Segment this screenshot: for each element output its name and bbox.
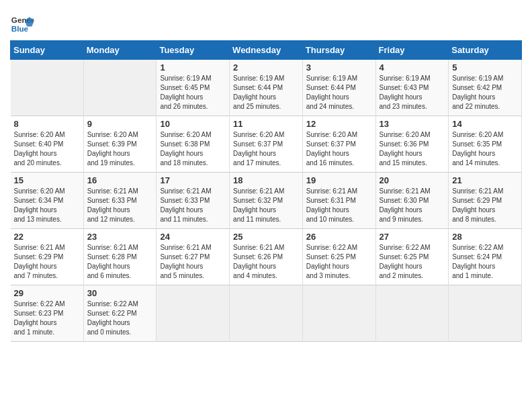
- calendar-cell: 14 Sunrise: 6:20 AMSunset: 6:35 PMDaylig…: [449, 116, 522, 173]
- cell-details: Sunrise: 6:21 AMSunset: 6:29 PMDaylight …: [14, 244, 65, 279]
- header-cell-wednesday: Wednesday: [230, 41, 303, 60]
- day-number: 5: [452, 62, 518, 73]
- calendar-cell: [230, 285, 303, 342]
- day-number: 8: [14, 119, 80, 129]
- calendar-cell: 26 Sunrise: 6:22 AMSunset: 6:25 PMDaylig…: [302, 229, 375, 285]
- cell-details: Sunrise: 6:20 AMSunset: 6:39 PMDaylight …: [87, 131, 138, 167]
- header-cell-monday: Monday: [83, 41, 157, 60]
- header-cell-saturday: Saturday: [449, 41, 522, 60]
- svg-text:Blue: Blue: [11, 24, 29, 33]
- calendar-cell: 29 Sunrise: 6:22 AMSunset: 6:23 PMDaylig…: [11, 285, 84, 342]
- cell-details: Sunrise: 6:21 AMSunset: 6:31 PMDaylight …: [306, 187, 357, 223]
- calendar-cell: 19 Sunrise: 6:21 AMSunset: 6:31 PMDaylig…: [302, 173, 375, 229]
- cell-details: Sunrise: 6:21 AMSunset: 6:27 PMDaylight …: [160, 244, 211, 279]
- calendar-cell: 1 Sunrise: 6:19 AMSunset: 6:45 PMDayligh…: [157, 60, 230, 116]
- calendar-cell: [375, 285, 449, 342]
- calendar-cell: [157, 285, 230, 342]
- calendar-cell: 20 Sunrise: 6:21 AMSunset: 6:30 PMDaylig…: [375, 173, 449, 229]
- calendar-cell: 13 Sunrise: 6:20 AMSunset: 6:36 PMDaylig…: [375, 116, 449, 173]
- day-number: 15: [14, 175, 80, 185]
- cell-details: Sunrise: 6:21 AMSunset: 6:30 PMDaylight …: [380, 187, 431, 223]
- calendar-cell: 21 Sunrise: 6:21 AMSunset: 6:29 PMDaylig…: [449, 173, 522, 229]
- calendar-cell: 23 Sunrise: 6:21 AMSunset: 6:28 PMDaylig…: [83, 229, 157, 285]
- calendar-cell: 11 Sunrise: 6:20 AMSunset: 6:37 PMDaylig…: [230, 116, 303, 173]
- header-cell-sunday: Sunday: [11, 41, 84, 60]
- calendar-cell: 25 Sunrise: 6:21 AMSunset: 6:26 PMDaylig…: [230, 229, 303, 285]
- day-number: 24: [160, 232, 226, 242]
- header-cell-friday: Friday: [375, 41, 449, 60]
- calendar-cell: 18 Sunrise: 6:21 AMSunset: 6:32 PMDaylig…: [230, 173, 303, 229]
- day-number: 3: [306, 62, 372, 73]
- calendar-cell: 10 Sunrise: 6:20 AMSunset: 6:38 PMDaylig…: [157, 116, 230, 173]
- cell-details: Sunrise: 6:19 AMSunset: 6:42 PMDaylight …: [452, 75, 503, 110]
- cell-details: Sunrise: 6:20 AMSunset: 6:38 PMDaylight …: [160, 131, 211, 167]
- calendar-cell: 22 Sunrise: 6:21 AMSunset: 6:29 PMDaylig…: [11, 229, 84, 285]
- day-number: 14: [452, 119, 518, 129]
- cell-details: Sunrise: 6:20 AMSunset: 6:34 PMDaylight …: [14, 187, 65, 223]
- header-cell-thursday: Thursday: [302, 41, 375, 60]
- day-number: 16: [87, 175, 153, 185]
- day-number: 30: [87, 288, 153, 298]
- calendar-cell: 9 Sunrise: 6:20 AMSunset: 6:39 PMDayligh…: [83, 116, 157, 173]
- page-header: General Blue: [10, 7, 522, 36]
- calendar-table: SundayMondayTuesdayWednesdayThursdayFrid…: [10, 40, 522, 342]
- day-number: 17: [160, 175, 226, 185]
- calendar-cell: 2 Sunrise: 6:19 AMSunset: 6:44 PMDayligh…: [230, 60, 303, 116]
- cell-details: Sunrise: 6:19 AMSunset: 6:45 PMDaylight …: [160, 75, 211, 110]
- day-number: 13: [380, 119, 445, 129]
- day-number: 22: [14, 232, 80, 242]
- cell-details: Sunrise: 6:22 AMSunset: 6:25 PMDaylight …: [306, 244, 357, 279]
- calendar-cell: 30 Sunrise: 6:22 AMSunset: 6:22 PMDaylig…: [83, 285, 157, 342]
- day-number: 11: [233, 119, 299, 129]
- day-number: 4: [380, 62, 445, 73]
- calendar-cell: 4 Sunrise: 6:19 AMSunset: 6:43 PMDayligh…: [375, 60, 449, 116]
- day-number: 2: [233, 62, 299, 73]
- calendar-cell: 5 Sunrise: 6:19 AMSunset: 6:42 PMDayligh…: [449, 60, 522, 116]
- day-number: 9: [87, 119, 153, 129]
- cell-details: Sunrise: 6:20 AMSunset: 6:40 PMDaylight …: [14, 131, 65, 167]
- cell-details: Sunrise: 6:19 AMSunset: 6:44 PMDaylight …: [306, 75, 357, 110]
- cell-details: Sunrise: 6:20 AMSunset: 6:35 PMDaylight …: [452, 131, 503, 167]
- day-number: 20: [380, 175, 445, 185]
- cell-details: Sunrise: 6:21 AMSunset: 6:26 PMDaylight …: [233, 244, 284, 279]
- day-number: 26: [306, 232, 372, 242]
- day-number: 18: [233, 175, 299, 185]
- calendar-cell: [449, 285, 522, 342]
- day-number: 21: [452, 175, 518, 185]
- calendar-week-row: 29 Sunrise: 6:22 AMSunset: 6:23 PMDaylig…: [11, 285, 522, 342]
- cell-details: Sunrise: 6:22 AMSunset: 6:25 PMDaylight …: [380, 244, 431, 279]
- calendar-cell: 27 Sunrise: 6:22 AMSunset: 6:25 PMDaylig…: [375, 229, 449, 285]
- day-number: 28: [452, 232, 518, 242]
- calendar-cell: [11, 60, 84, 116]
- calendar-cell: 3 Sunrise: 6:19 AMSunset: 6:44 PMDayligh…: [302, 60, 375, 116]
- generalblue-logo-icon: General Blue: [10, 12, 34, 36]
- day-number: 25: [233, 232, 299, 242]
- calendar-cell: 24 Sunrise: 6:21 AMSunset: 6:27 PMDaylig…: [157, 229, 230, 285]
- calendar-week-row: 22 Sunrise: 6:21 AMSunset: 6:29 PMDaylig…: [11, 229, 522, 285]
- logo: General Blue: [10, 12, 37, 36]
- header-cell-tuesday: Tuesday: [157, 41, 230, 60]
- cell-details: Sunrise: 6:19 AMSunset: 6:44 PMDaylight …: [233, 75, 284, 110]
- calendar-cell: 8 Sunrise: 6:20 AMSunset: 6:40 PMDayligh…: [11, 116, 84, 173]
- day-number: 19: [306, 175, 372, 185]
- calendar-header-row: SundayMondayTuesdayWednesdayThursdayFrid…: [11, 41, 522, 60]
- cell-details: Sunrise: 6:22 AMSunset: 6:22 PMDaylight …: [87, 300, 138, 336]
- calendar-week-row: 8 Sunrise: 6:20 AMSunset: 6:40 PMDayligh…: [11, 116, 522, 173]
- cell-details: Sunrise: 6:20 AMSunset: 6:36 PMDaylight …: [380, 131, 431, 167]
- calendar-week-row: 1 Sunrise: 6:19 AMSunset: 6:45 PMDayligh…: [11, 60, 522, 116]
- cell-details: Sunrise: 6:21 AMSunset: 6:33 PMDaylight …: [87, 187, 138, 223]
- calendar-cell: 12 Sunrise: 6:20 AMSunset: 6:37 PMDaylig…: [302, 116, 375, 173]
- calendar-cell: 15 Sunrise: 6:20 AMSunset: 6:34 PMDaylig…: [11, 173, 84, 229]
- day-number: 10: [160, 119, 226, 129]
- cell-details: Sunrise: 6:19 AMSunset: 6:43 PMDaylight …: [380, 75, 431, 110]
- cell-details: Sunrise: 6:21 AMSunset: 6:33 PMDaylight …: [160, 187, 211, 223]
- calendar-cell: 16 Sunrise: 6:21 AMSunset: 6:33 PMDaylig…: [83, 173, 157, 229]
- day-number: 29: [14, 288, 80, 298]
- cell-details: Sunrise: 6:22 AMSunset: 6:23 PMDaylight …: [14, 300, 65, 336]
- day-number: 12: [306, 119, 372, 129]
- calendar-cell: 28 Sunrise: 6:22 AMSunset: 6:24 PMDaylig…: [449, 229, 522, 285]
- calendar-week-row: 15 Sunrise: 6:20 AMSunset: 6:34 PMDaylig…: [11, 173, 522, 229]
- calendar-cell: [83, 60, 157, 116]
- calendar-cell: [302, 285, 375, 342]
- cell-details: Sunrise: 6:21 AMSunset: 6:28 PMDaylight …: [87, 244, 138, 279]
